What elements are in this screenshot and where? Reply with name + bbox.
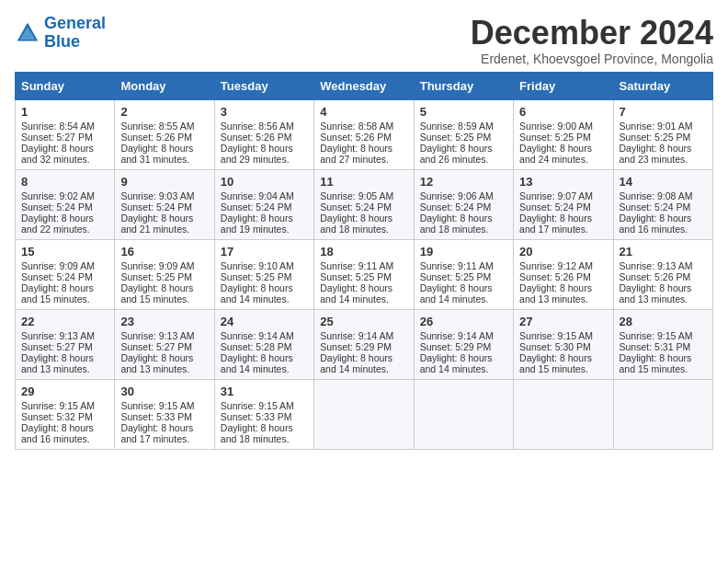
day-number: 14	[620, 175, 707, 189]
calendar-cell: 28Sunrise: 9:15 AMSunset: 5:31 PMDayligh…	[613, 309, 712, 379]
sunrise-line: Sunrise: 9:09 AM	[21, 260, 108, 271]
month-title: December 2024	[471, 15, 713, 52]
daylight-line: Daylight: 8 hours and 14 minutes.	[320, 282, 407, 304]
day-number: 6	[519, 105, 607, 119]
sunset-line: Sunset: 5:26 PM	[519, 271, 607, 282]
sunrise-line: Sunrise: 9:07 AM	[519, 190, 607, 201]
sunset-line: Sunset: 5:26 PM	[120, 132, 208, 143]
day-number: 7	[620, 105, 707, 119]
day-header-thursday: Thursday	[414, 72, 513, 99]
calendar-cell: 22Sunrise: 9:13 AMSunset: 5:27 PMDayligh…	[16, 309, 115, 379]
logo-text: General Blue	[44, 15, 106, 52]
sunrise-line: Sunrise: 9:01 AM	[620, 121, 707, 132]
calendar-cell: 2Sunrise: 8:55 AMSunset: 5:26 PMDaylight…	[115, 99, 214, 169]
sunrise-line: Sunrise: 8:58 AM	[320, 121, 407, 132]
daylight-line: Daylight: 8 hours and 21 minutes.	[120, 213, 208, 235]
calendar-cell: 27Sunrise: 9:15 AMSunset: 5:30 PMDayligh…	[514, 309, 613, 379]
sunrise-line: Sunrise: 9:15 AM	[120, 400, 208, 411]
calendar-cell: 17Sunrise: 9:10 AMSunset: 5:25 PMDayligh…	[214, 239, 313, 309]
day-header-monday: Monday	[115, 72, 214, 99]
sunrise-line: Sunrise: 8:56 AM	[221, 121, 308, 132]
sunset-line: Sunset: 5:25 PM	[420, 271, 507, 282]
day-number: 8	[21, 175, 108, 189]
calendar-cell: 29Sunrise: 9:15 AMSunset: 5:32 PMDayligh…	[16, 379, 115, 449]
sunrise-line: Sunrise: 9:14 AM	[221, 330, 308, 341]
calendar-cell: 21Sunrise: 9:13 AMSunset: 5:26 PMDayligh…	[613, 239, 712, 309]
sunset-line: Sunset: 5:24 PM	[519, 201, 607, 213]
day-number: 11	[320, 175, 407, 189]
day-number: 20	[519, 245, 607, 259]
daylight-line: Daylight: 8 hours and 18 minutes.	[420, 213, 507, 235]
calendar-cell: 8Sunrise: 9:02 AMSunset: 5:24 PMDaylight…	[16, 169, 115, 239]
sunset-line: Sunset: 5:24 PM	[221, 201, 308, 213]
day-number: 2	[120, 105, 208, 119]
sunset-line: Sunset: 5:30 PM	[519, 341, 607, 352]
daylight-line: Daylight: 8 hours and 18 minutes.	[320, 213, 407, 235]
daylight-line: Daylight: 8 hours and 13 minutes.	[120, 352, 208, 374]
calendar-cell	[613, 379, 712, 449]
daylight-line: Daylight: 8 hours and 15 minutes.	[620, 352, 707, 374]
title-area: December 2024 Erdenet, Khoevsgoel Provin…	[471, 15, 713, 66]
day-header-friday: Friday	[514, 72, 613, 99]
daylight-line: Daylight: 8 hours and 14 minutes.	[420, 282, 507, 304]
daylight-line: Daylight: 8 hours and 18 minutes.	[221, 422, 308, 444]
page-header: General Blue December 2024 Erdenet, Khoe…	[15, 15, 713, 66]
daylight-line: Daylight: 8 hours and 22 minutes.	[21, 213, 108, 235]
day-number: 30	[120, 385, 208, 398]
calendar-cell: 7Sunrise: 9:01 AMSunset: 5:25 PMDaylight…	[613, 99, 712, 169]
sunset-line: Sunset: 5:25 PM	[620, 132, 707, 143]
logo-line2: Blue	[44, 33, 106, 52]
daylight-line: Daylight: 8 hours and 32 minutes.	[21, 143, 108, 165]
daylight-line: Daylight: 8 hours and 26 minutes.	[420, 143, 507, 165]
sunrise-line: Sunrise: 9:13 AM	[120, 330, 208, 341]
day-number: 29	[21, 385, 108, 398]
sunrise-line: Sunrise: 9:08 AM	[620, 190, 707, 201]
calendar-cell: 3Sunrise: 8:56 AMSunset: 5:26 PMDaylight…	[214, 99, 313, 169]
sunset-line: Sunset: 5:24 PM	[21, 271, 108, 282]
sunrise-line: Sunrise: 9:14 AM	[420, 330, 507, 341]
sunset-line: Sunset: 5:29 PM	[320, 341, 407, 352]
calendar-cell: 10Sunrise: 9:04 AMSunset: 5:24 PMDayligh…	[214, 169, 313, 239]
day-number: 18	[320, 245, 407, 259]
sunrise-line: Sunrise: 9:04 AM	[221, 190, 308, 201]
sunset-line: Sunset: 5:26 PM	[320, 132, 407, 143]
calendar-cell	[414, 379, 513, 449]
daylight-line: Daylight: 8 hours and 13 minutes.	[620, 282, 707, 304]
sunset-line: Sunset: 5:28 PM	[221, 341, 308, 352]
sunset-line: Sunset: 5:24 PM	[320, 201, 407, 213]
sunset-line: Sunset: 5:25 PM	[519, 132, 607, 143]
calendar-cell: 1Sunrise: 8:54 AMSunset: 5:27 PMDaylight…	[16, 99, 115, 169]
calendar-cell: 5Sunrise: 8:59 AMSunset: 5:25 PMDaylight…	[414, 99, 513, 169]
sunset-line: Sunset: 5:29 PM	[420, 341, 507, 352]
sunset-line: Sunset: 5:25 PM	[420, 132, 507, 143]
sunset-line: Sunset: 5:31 PM	[620, 341, 707, 352]
day-number: 9	[120, 175, 208, 189]
sunrise-line: Sunrise: 9:00 AM	[519, 121, 607, 132]
day-number: 16	[120, 245, 208, 259]
day-number: 25	[320, 315, 407, 328]
day-number: 22	[21, 315, 108, 328]
sunset-line: Sunset: 5:33 PM	[221, 411, 308, 422]
sunset-line: Sunset: 5:25 PM	[320, 271, 407, 282]
sunrise-line: Sunrise: 9:14 AM	[320, 330, 407, 341]
sunset-line: Sunset: 5:26 PM	[620, 271, 707, 282]
day-number: 12	[420, 175, 507, 189]
sunset-line: Sunset: 5:24 PM	[420, 201, 507, 213]
sunrise-line: Sunrise: 9:15 AM	[620, 330, 707, 341]
sunrise-line: Sunrise: 9:11 AM	[320, 260, 407, 271]
calendar-cell: 23Sunrise: 9:13 AMSunset: 5:27 PMDayligh…	[115, 309, 214, 379]
calendar-cell: 18Sunrise: 9:11 AMSunset: 5:25 PMDayligh…	[314, 239, 414, 309]
calendar-cell: 15Sunrise: 9:09 AMSunset: 5:24 PMDayligh…	[16, 239, 115, 309]
day-number: 27	[519, 315, 607, 328]
day-number: 28	[620, 315, 707, 328]
logo-icon	[15, 20, 40, 46]
calendar-header-row: SundayMondayTuesdayWednesdayThursdayFrid…	[16, 72, 713, 99]
day-number: 17	[221, 245, 308, 259]
sunset-line: Sunset: 5:24 PM	[120, 201, 208, 213]
calendar-cell: 6Sunrise: 9:00 AMSunset: 5:25 PMDaylight…	[514, 99, 613, 169]
calendar-cell: 14Sunrise: 9:08 AMSunset: 5:24 PMDayligh…	[613, 169, 712, 239]
calendar-cell: 25Sunrise: 9:14 AMSunset: 5:29 PMDayligh…	[314, 309, 414, 379]
daylight-line: Daylight: 8 hours and 17 minutes.	[519, 213, 607, 235]
logo-line1: General	[44, 14, 106, 32]
sunset-line: Sunset: 5:26 PM	[221, 132, 308, 143]
